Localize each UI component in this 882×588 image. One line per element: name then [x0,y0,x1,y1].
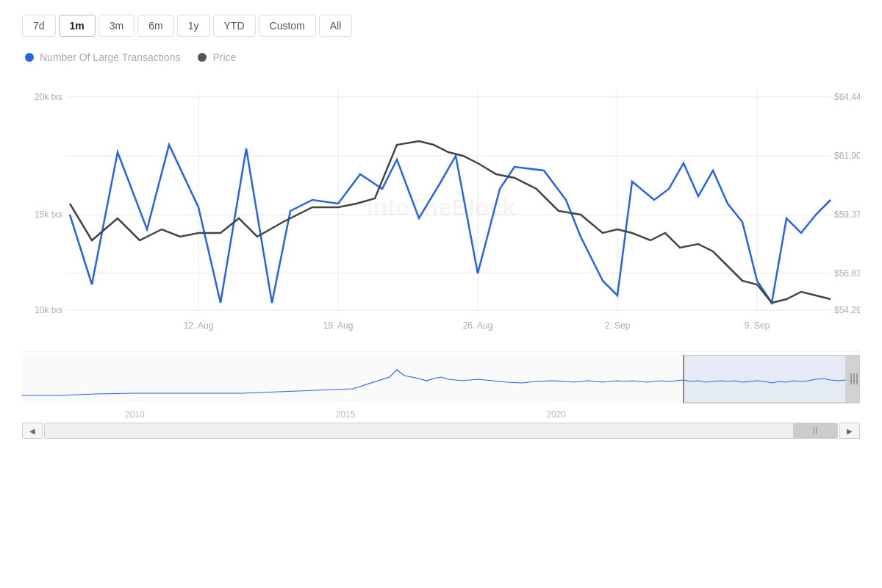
scroll-track[interactable] [44,423,838,439]
time-range-bar: 7d1m3m6m1yYTDCustomAll [22,15,860,37]
nav-year-2015: 2015 [336,409,356,420]
svg-text:12. Aug: 12. Aug [184,320,214,331]
chart-legend: Number Of Large TransactionsPrice [22,51,860,63]
svg-text:26. Aug: 26. Aug [463,320,493,331]
time-btn-6m[interactable]: 6m [137,15,173,37]
main-chart: intoTheBlock 20k txs 15k txs 10k txs [22,75,860,340]
svg-rect-26 [845,355,860,403]
time-btn-ytd[interactable]: YTD [213,15,256,37]
svg-text:$56,834: $56,834 [834,268,860,279]
legend-item-1: Price [198,51,236,63]
transactions-line [70,145,831,303]
scroll-left-button[interactable]: ◀ [22,423,43,439]
time-btn-1y[interactable]: 1y [177,15,210,37]
svg-text:10k txs: 10k txs [35,305,62,315]
svg-text:9. Sep: 9. Sep [745,320,770,331]
navigator: 2010 2015 2020 ◀ ▶ [22,351,860,425]
svg-text:2. Sep: 2. Sep [605,320,631,331]
nav-year-2020: 2020 [546,409,566,420]
legend-item-0: Number Of Large Transactions [25,51,180,63]
nav-year-2010: 2010 [125,409,145,420]
scroll-thumb[interactable] [793,423,837,438]
time-btn-7d[interactable]: 7d [22,15,56,37]
svg-text:$59,371: $59,371 [834,209,860,220]
scroll-right-button[interactable]: ▶ [839,423,860,439]
chart-area: intoTheBlock 20k txs 15k txs 10k txs [22,75,860,425]
scrollbar: ◀ ▶ [22,423,860,439]
svg-rect-24 [684,355,860,403]
time-btn-custom[interactable]: Custom [259,15,316,37]
chart-svg: 20k txs 15k txs 10k txs $64,445 $61,908 … [22,75,860,340]
navigator-svg [22,355,860,406]
svg-text:20k txs: 20k txs [35,92,62,102]
svg-text:19. Aug: 19. Aug [323,320,354,331]
svg-text:$61,908: $61,908 [834,151,860,161]
svg-text:15k txs: 15k txs [35,209,62,220]
time-btn-3m[interactable]: 3m [98,15,135,37]
legend-dot-0 [25,53,34,62]
time-btn-all[interactable]: All [319,15,353,37]
scroll-grip-icon [814,427,817,434]
svg-text:$64,445: $64,445 [834,92,860,102]
legend-label-1: Price [212,51,236,63]
legend-label-0: Number Of Large Transactions [40,51,180,63]
main-container: 7d1m3m6m1yYTDCustomAll Number Of Large T… [0,0,882,588]
time-btn-1m[interactable]: 1m [59,15,96,37]
svg-text:$54,297: $54,297 [834,305,860,315]
legend-dot-1 [198,53,207,62]
nav-year-labels: 2010 2015 2020 [22,409,860,420]
